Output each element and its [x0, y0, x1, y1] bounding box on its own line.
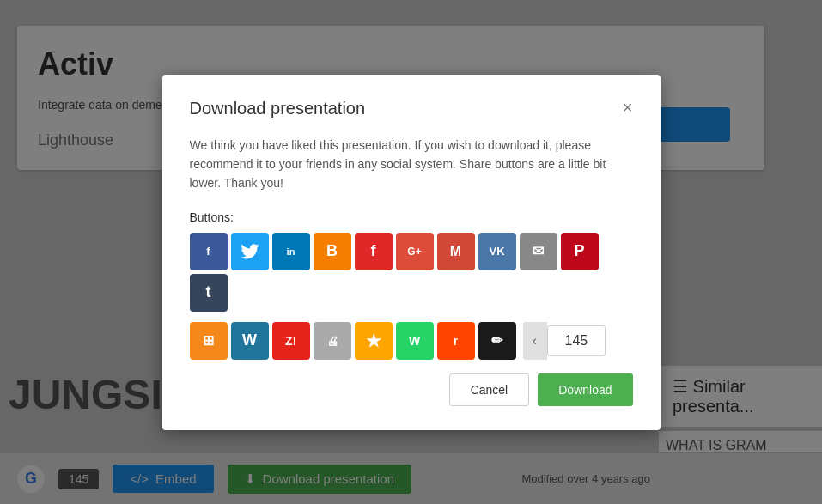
modal-title: Download presentation: [190, 98, 366, 118]
linkedin-share-button[interactable]: in: [272, 233, 310, 270]
social-buttons-grid-row2: ⊞ W Z! 🖨 ★ W r ✏ ‹ 145: [190, 322, 633, 360]
blogger-share-button[interactable]: B: [314, 233, 351, 270]
download-modal: Download presentation × We think you hav…: [162, 74, 661, 429]
cancel-button[interactable]: Cancel: [449, 373, 530, 406]
download-button[interactable]: Download: [538, 373, 632, 406]
facebook-share-button[interactable]: f: [190, 233, 228, 270]
favorites-share-button[interactable]: ★: [355, 322, 393, 360]
modal-body: We think you have liked this presentatio…: [190, 135, 633, 359]
google-plus-share-button[interactable]: G+: [396, 233, 434, 270]
social-buttons-grid: f in B f G+ M VK ✉ P t: [190, 233, 633, 312]
twitter-share-button[interactable]: [231, 233, 269, 270]
pinterest-share-button[interactable]: P: [561, 233, 599, 270]
zingme-share-button[interactable]: Z!: [272, 322, 310, 360]
count-left-arrow[interactable]: ‹: [523, 322, 547, 360]
vk-share-button[interactable]: VK: [478, 233, 516, 270]
wordpress-share-button[interactable]: W: [231, 322, 269, 360]
print-share-button[interactable]: 🖨: [314, 322, 351, 360]
modal-header: Download presentation ×: [190, 98, 633, 118]
classmates-share-button[interactable]: ⊞: [190, 322, 228, 360]
count-display: 145: [547, 325, 606, 356]
email-share-button[interactable]: ✉: [520, 233, 557, 270]
modal-footer: Cancel Download: [190, 373, 633, 406]
flipboard-share-button[interactable]: f: [355, 233, 393, 270]
modal-description: We think you have liked this presentatio…: [190, 135, 633, 192]
whatsapp-share-button[interactable]: W: [396, 322, 434, 360]
modal-close-button[interactable]: ×: [623, 98, 633, 115]
buttons-section-label: Buttons:: [190, 210, 633, 224]
count-row: ‹ 145: [523, 322, 606, 360]
instapaper-share-button[interactable]: ✏: [478, 322, 516, 360]
tumblr-share-button[interactable]: t: [190, 274, 228, 312]
gmail-share-button[interactable]: M: [437, 233, 475, 270]
reddit-share-button[interactable]: r: [437, 322, 475, 360]
